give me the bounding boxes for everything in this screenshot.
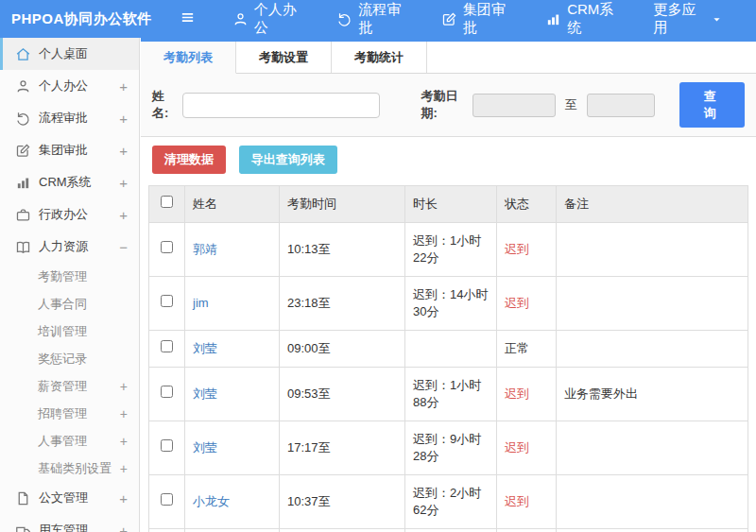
sidebar-item-label: 奖惩记录 [38, 351, 128, 368]
duration-line: 迟到：1小时22分 [413, 232, 489, 266]
row-checkbox[interactable] [161, 241, 173, 253]
expand-plus-icon[interactable]: + [119, 207, 128, 223]
expand-plus-icon[interactable]: + [119, 490, 128, 506]
user-icon [15, 78, 31, 94]
expand-plus-icon[interactable]: + [120, 461, 128, 476]
employee-name-link[interactable]: jim [193, 296, 209, 310]
collapse-minus-icon[interactable]: − [119, 239, 128, 255]
sidebar-item-流程审批[interactable]: 流程审批+ [0, 102, 139, 134]
employee-name-link[interactable]: 小龙女 [193, 494, 230, 508]
sidebar-item-个人办公[interactable]: 个人办公+ [0, 70, 139, 102]
row-select-cell [149, 529, 185, 532]
column-header-备注: 备注 [557, 186, 748, 223]
tab-bar: 考勤列表考勤设置考勤统计 [141, 42, 756, 74]
time-cell: 23:18至 [280, 277, 405, 331]
attendance-table: 姓名考勤时间时长状态备注 郭靖10:13至迟到：1小时22分迟到jim23:18… [148, 185, 748, 532]
sidebar-item-CRM系统[interactable]: CRM系统+ [0, 166, 139, 198]
expand-plus-icon[interactable]: + [119, 111, 128, 127]
row-checkbox[interactable] [161, 493, 173, 506]
duration-cell: 迟到：2小时62分 [405, 475, 497, 529]
sidebar-item-行政办公[interactable]: 行政办公+ [0, 198, 139, 231]
time-cell: 10:37至 [280, 475, 405, 529]
topnav-item-集团审批[interactable]: 集团审批 [441, 1, 513, 37]
column-header-时长: 时长 [405, 186, 497, 223]
top-bar: PHPOA协同办公软件 个人办公流程审批集团审批CRM系统更多应用 [0, 0, 756, 38]
row-checkbox[interactable] [161, 439, 173, 452]
tab-考勤统计[interactable]: 考勤统计 [332, 42, 427, 73]
expand-plus-icon[interactable]: + [119, 143, 128, 159]
remark-cell [557, 421, 748, 475]
status-cell: 迟到 [497, 223, 557, 277]
table-row: 刘莹09:00至正常 [149, 331, 748, 368]
duration-line: 迟到：9小时28分 [413, 431, 489, 465]
topnav-item-更多应用[interactable]: 更多应用 [653, 1, 724, 37]
name-cell: 刘莹 [185, 368, 280, 421]
sidebar-item-个人桌面[interactable]: 个人桌面 [0, 38, 139, 70]
date-to-input[interactable] [587, 94, 655, 117]
sidebar-item-招聘管理[interactable]: 招聘管理+ [0, 400, 139, 427]
employee-name-link[interactable]: 郭靖 [193, 242, 217, 256]
topnav-item-流程审批[interactable]: 流程审批 [336, 1, 408, 37]
user-icon [232, 11, 249, 27]
sidebar-item-奖惩记录[interactable]: 奖惩记录 [0, 345, 139, 372]
export-list-button[interactable]: 导出查询列表 [239, 146, 337, 174]
topnav-item-个人办公[interactable]: 个人办公 [232, 1, 304, 37]
name-cell: jim [185, 277, 280, 331]
time-cell: 17:17至 [280, 421, 405, 475]
row-checkbox[interactable] [161, 295, 173, 307]
row-checkbox[interactable] [161, 386, 173, 398]
sidebar-item-人力资源[interactable]: 人力资源− [0, 231, 139, 263]
sidebar-item-label: 行政办公 [39, 206, 119, 223]
expand-plus-icon[interactable]: + [119, 523, 128, 532]
sidebar-item-label: 用车管理 [39, 522, 119, 532]
sidebar-item-用车管理[interactable]: 用车管理+ [0, 514, 139, 532]
tab-考勤列表[interactable]: 考勤列表 [141, 42, 236, 74]
duration-cell: 迟到：1小时88分 [405, 368, 497, 421]
tab-考勤设置[interactable]: 考勤设置 [236, 42, 332, 73]
duration-line: 迟到：2小时62分 [413, 485, 489, 519]
name-filter-input[interactable] [182, 93, 380, 118]
topnav-item-label: 集团审批 [463, 1, 513, 37]
date-from-input[interactable] [472, 94, 556, 117]
sidebar-item-人事合同[interactable]: 人事合同 [0, 290, 139, 317]
sidebar-item-集团审批[interactable]: 集团审批+ [0, 134, 139, 166]
row-select-cell [149, 331, 185, 368]
status-cell: 迟到/早退 [497, 529, 557, 532]
search-button[interactable]: 查 询 [679, 82, 745, 128]
sidebar-item-考勤管理[interactable]: 考勤管理 [0, 263, 139, 290]
sidebar-item-label: 集团审批 [39, 142, 119, 159]
edit-icon [15, 143, 31, 159]
expand-plus-icon[interactable]: + [119, 78, 128, 94]
row-checkbox[interactable] [161, 340, 173, 352]
name-cell: 小龙女 [185, 475, 280, 529]
employee-name-link[interactable]: 刘莹 [193, 386, 217, 401]
employee-name-link[interactable]: 刘莹 [193, 440, 217, 455]
actions-row: 清理数据 导出查询列表 [141, 137, 756, 183]
sidebar-item-label: 薪资管理 [38, 378, 120, 395]
name-cell: 刘莹 [185, 331, 280, 368]
sidebar-item-薪资管理[interactable]: 薪资管理+ [0, 372, 139, 400]
topnav-item-CRM系统[interactable]: CRM系统 [545, 1, 621, 37]
table-row: 管理员10:54至10:54迟到：2小时90分早退：7小时10分迟到/早退111… [149, 529, 748, 532]
sidebar-item-label: 个人办公 [39, 77, 119, 94]
sidebar-item-培训管理[interactable]: 培训管理 [0, 317, 139, 345]
menu-toggle-button[interactable] [170, 9, 206, 28]
main-content: 考勤列表考勤设置考勤统计 姓名: 考勤日期: 至 查 询 清理数据 导出查询列表… [141, 38, 756, 532]
select-all-checkbox[interactable] [161, 196, 173, 208]
clean-data-button[interactable]: 清理数据 [152, 146, 226, 174]
expand-plus-icon[interactable]: + [120, 434, 128, 449]
sidebar-item-人事管理[interactable]: 人事管理+ [0, 427, 139, 455]
expand-plus-icon[interactable]: + [120, 379, 128, 394]
sidebar-item-公文管理[interactable]: 公文管理+ [0, 482, 139, 514]
app-logo: PHPOA协同办公软件 [0, 10, 170, 28]
employee-name-link[interactable]: 刘莹 [193, 341, 217, 355]
table-row: 郭靖10:13至迟到：1小时22分迟到 [149, 223, 748, 277]
expand-plus-icon[interactable]: + [120, 406, 128, 421]
expand-plus-icon[interactable]: + [119, 175, 128, 191]
column-header-考勤时间: 考勤时间 [280, 186, 405, 223]
sidebar-item-label: 基础类别设置 [38, 460, 120, 477]
time-cell: 10:13至 [280, 223, 405, 277]
sidebar-item-基础类别设置[interactable]: 基础类别设置+ [0, 455, 139, 482]
time-cell: 10:54至10:54 [280, 529, 405, 532]
sidebar-item-label: 人事合同 [38, 296, 128, 313]
